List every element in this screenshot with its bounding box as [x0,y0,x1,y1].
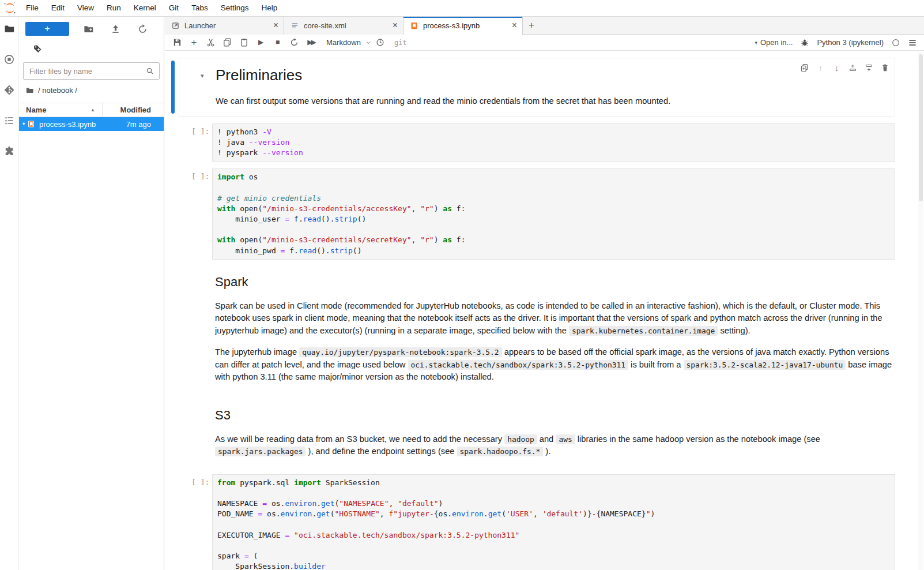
restart-kernel-icon[interactable] [289,38,299,47]
cell-toolbar: ↑ ↓ [800,63,889,72]
code-editor[interactable]: import os # get minio credentialswith op… [212,168,895,260]
git-status-label: git [394,39,407,47]
execution-time-icon[interactable] [375,38,385,47]
menu-file[interactable]: File [20,0,45,16]
refresh-file-browser-icon[interactable] [137,24,148,35]
tab-label: Launcher [184,21,269,30]
cut-cells-icon[interactable] [206,38,216,47]
menu-tabs[interactable]: Tabs [185,0,214,16]
menu-edit[interactable]: Edit [45,0,71,16]
plus-icon: + [44,24,50,33]
close-icon[interactable]: × [393,21,398,30]
activity-bar [0,17,18,570]
caret-down-icon: ▾ [755,40,757,46]
menu-help[interactable]: Help [255,0,284,16]
running-kernels-icon[interactable] [3,54,15,65]
notebook-scrollbar[interactable] [918,52,923,570]
save-icon[interactable] [172,38,182,47]
breadcrumb[interactable]: / notebook / [19,80,164,99]
menu-settings[interactable]: Settings [214,0,255,16]
interrupt-kernel-icon[interactable]: ■ [273,38,282,47]
new-tab-button[interactable]: + [523,16,540,35]
menu-kernel[interactable]: Kernel [127,0,163,16]
tab-label: core-site.xml [304,21,388,30]
kernel-name[interactable]: Python 3 (ipykernel) [817,38,884,47]
tab-launcher[interactable]: Launcher × [165,16,284,35]
inline-code: spark.kubernetes.container.image [569,326,718,336]
insert-cell-below-icon[interactable] [865,63,873,72]
stop-icon: ■ [276,38,280,47]
move-cell-down-icon[interactable]: ↓ [832,63,841,72]
copy-cells-icon[interactable] [222,38,232,47]
markdown-cell-s3[interactable]: S3 As we will be reading data from an S3… [165,399,924,468]
table-of-contents-icon[interactable] [3,115,15,126]
cell-collapser[interactable] [171,61,175,114]
md-paragraph: We can first output some versions that a… [216,95,880,108]
file-row-selected[interactable]: • process-s3.ipynb 7m ago [19,117,164,131]
md-paragraph: As we will be reading data from an S3 bu… [215,433,895,458]
inline-code: spark.jars.packages [215,447,306,456]
inline-code: aws [556,434,575,444]
git-sidebar-icon[interactable] [3,84,15,96]
file-filter-input[interactable] [23,62,160,80]
file-browser-panel: + / notebook / Name ▲ Modified [19,17,164,570]
plus-icon: + [529,20,534,31]
file-browser-icon[interactable] [3,23,15,35]
code-editor[interactable]: from pyspark.sql import SparkSession NAM… [212,474,895,570]
markdown-cell-preliminaries[interactable]: ▾ ↑ ↓ Preliminaries We can first output … [179,58,895,117]
code-cell-spark-session[interactable]: [ ]: from pyspark.sql import SparkSessio… [165,473,924,570]
code-cell-versions[interactable]: [ ]: ! python3 -V! java --version! pyspa… [165,122,924,163]
play-icon: ▶ [258,38,263,47]
code-editor[interactable]: ! python3 -V! java --version! pyspark --… [212,123,895,162]
insert-cell-icon[interactable]: + [189,38,199,47]
column-header-name[interactable]: Name ▲ [19,103,103,117]
markdown-cell-spark[interactable]: Spark Spark can be used in Client mode (… [165,265,924,394]
extension-manager-icon[interactable] [3,145,15,157]
file-name: process-s3.ipynb [39,120,126,129]
cell-prompt [191,400,212,467]
paste-cells-icon[interactable] [239,38,249,47]
kernel-status-icon[interactable] [891,38,900,47]
file-browser-toolbar: + [19,17,164,36]
debugger-bug-icon[interactable] [800,38,809,47]
cell-prompt: [ ]: [191,123,212,162]
column-header-modified[interactable]: Modified [103,106,164,114]
delete-cell-icon[interactable] [881,63,889,72]
inline-code: spark:3.5.2-scala2.12-java17-ubuntu [684,360,846,370]
tab-core-site-xml[interactable]: core-site.xml × [284,16,403,35]
scrollbar-thumb[interactable] [919,54,923,201]
git-clone-icon[interactable] [33,44,42,53]
code-cell-minio-credentials[interactable]: [ ]: import os # get minio credentialswi… [165,167,924,261]
restart-run-all-icon[interactable]: ▶▶ [306,38,316,47]
new-launcher-button[interactable]: + [25,22,69,36]
upload-icon[interactable] [110,24,121,35]
cell-type-dropdown[interactable]: Markdown [326,38,372,47]
md-paragraph: Spark can be used in Client mode (recomm… [215,300,895,337]
inline-code: quay.io/jupyter/pyspark-notebook:spark-3… [299,347,501,357]
menu-bar: File Edit View Run Kernel Git Tabs Setti… [0,0,924,17]
md-heading-spark: Spark [215,275,895,290]
toolbar-right: ▾ Open in... Python 3 (ipykernel) [755,38,917,47]
insert-cell-above-icon[interactable] [848,63,857,72]
menu-view[interactable]: View [71,0,100,16]
move-cell-up-icon[interactable]: ↑ [816,63,825,72]
heading-collapse-icon[interactable]: ▾ [201,72,204,80]
close-icon[interactable]: × [273,21,278,30]
breadcrumb-path: / notebook / [38,86,77,95]
tab-process-s3-ipynb[interactable]: process-s3.ipynb × [403,16,523,35]
md-paragraph: The jupyterhub image quay.io/jupyter/pys… [215,346,895,384]
cell-prompt: [ ]: [191,168,212,260]
menu-run[interactable]: Run [100,0,127,16]
close-icon[interactable]: × [512,21,517,30]
menu-git[interactable]: Git [163,0,185,16]
new-folder-icon[interactable] [83,24,94,35]
run-cell-icon[interactable]: ▶ [256,38,266,47]
duplicate-cell-icon[interactable] [800,63,809,72]
inline-code: spark.hadoopo.fs.* [457,447,544,456]
main-menu: File Edit View Run Kernel Git Tabs Setti… [20,0,284,16]
sort-ascending-icon: ▲ [90,107,95,112]
notebook-menu-icon[interactable] [908,38,917,47]
dock-tab-bar: Launcher × core-site.xml × process-s3.ip… [165,16,924,35]
file-list-header: Name ▲ Modified [19,103,164,117]
open-in-dropdown[interactable]: ▾ Open in... [755,38,793,47]
